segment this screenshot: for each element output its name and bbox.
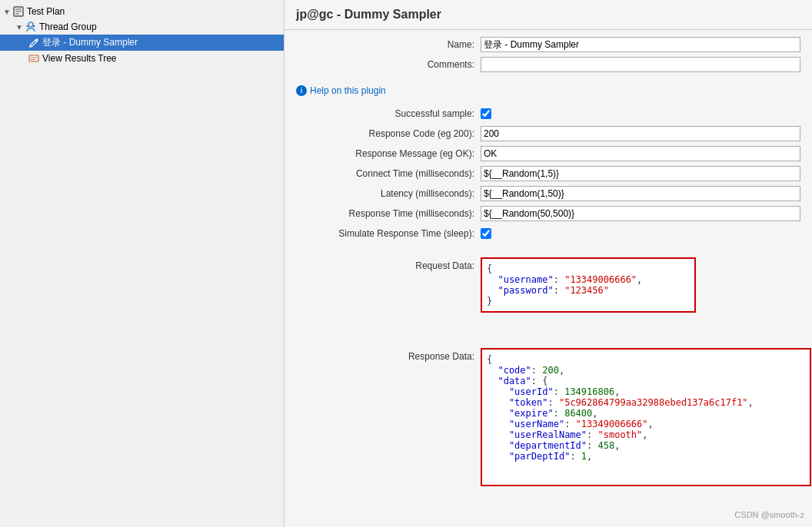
pencil-icon (28, 37, 40, 49)
svg-point-4 (28, 22, 33, 27)
thread-group-label: Thread Group (39, 22, 97, 32)
connect-time-input[interactable] (481, 166, 800, 181)
test-plan-label: Test Plan (27, 6, 65, 17)
latency-row: Latency (milliseconds): (296, 185, 800, 202)
request-data-section: Request Data: { "username": "13349006666… (296, 257, 800, 313)
sidebar-item-thread-group[interactable]: ▼ Thread Group (0, 19, 284, 35)
response-code-label: Response Code (eg 200): (296, 128, 481, 139)
svg-point-6 (32, 25, 35, 28)
response-time-row: Response Time (milliseconds): (296, 205, 800, 222)
latency-input[interactable] (481, 186, 800, 201)
name-label: Name: (296, 39, 481, 50)
content-panel: jp@gc - Dummy Sampler Name: Comments: i … (285, 0, 812, 527)
form-section: Name: Comments: (285, 30, 812, 82)
request-data-label: Request Data: (296, 257, 481, 271)
successful-sample-row: Successful sample: (296, 105, 800, 122)
name-input[interactable] (481, 37, 800, 52)
successful-sample-label: Successful sample: (296, 108, 481, 119)
help-icon: i (296, 85, 307, 96)
view-results-label: View Results Tree (42, 53, 117, 64)
request-data-username-key: "username" (487, 274, 554, 285)
response-data-section: Response Data: { "code": 200, "data": { … (296, 348, 800, 486)
help-link[interactable]: i Help on this plugin (285, 82, 812, 99)
simulate-checkbox[interactable] (481, 228, 491, 239)
response-time-label: Response Time (milliseconds): (296, 208, 481, 219)
sidebar: ▼ Test Plan ▼ (0, 0, 285, 527)
successful-sample-checkbox[interactable] (481, 108, 491, 119)
panel-title: jp@gc - Dummy Sampler (285, 0, 812, 30)
test-plan-icon (12, 5, 25, 18)
expand-icon: ▼ (3, 8, 11, 16)
sidebar-item-test-plan[interactable]: ▼ Test Plan (0, 4, 284, 19)
response-message-label: Response Message (eg OK): (296, 148, 481, 159)
response-message-input[interactable] (481, 146, 800, 161)
thread-group-icon (25, 21, 37, 33)
comments-input[interactable] (481, 57, 800, 72)
response-message-row: Response Message (eg OK): (296, 145, 800, 162)
thread-expand-icon: ▼ (15, 23, 23, 31)
request-data-brace-close: } (487, 296, 492, 307)
request-data-brace-open: { (487, 264, 492, 274)
plugin-fields: Successful sample: Response Code (eg 200… (285, 99, 812, 251)
name-row: Name: (296, 36, 800, 53)
svg-point-5 (26, 25, 28, 28)
results-tree-icon (28, 52, 40, 65)
response-data-label: Response Data: (296, 348, 481, 362)
svg-rect-7 (29, 55, 38, 61)
comments-label: Comments: (296, 59, 481, 70)
connect-time-row: Connect Time (milliseconds): (296, 165, 800, 182)
response-code-row: Response Code (eg 200): (296, 125, 800, 142)
request-data-password-key: "password" (487, 285, 554, 296)
watermark: CSDN @smooth-z (734, 510, 804, 519)
dummy-sampler-label: 登录 - Dummy Sampler (42, 36, 138, 49)
sidebar-item-view-results[interactable]: View Results Tree (0, 51, 284, 66)
latency-label: Latency (milliseconds): (296, 188, 481, 199)
response-code-input[interactable] (481, 126, 800, 141)
sidebar-item-dummy-sampler[interactable]: 登录 - Dummy Sampler (0, 35, 284, 51)
response-data-box[interactable]: { "code": 200, "data": { "userId": 13491… (481, 348, 811, 486)
simulate-row: Simulate Response Time (sleep): (296, 225, 800, 242)
simulate-label: Simulate Response Time (sleep): (296, 228, 481, 239)
resp-brace-open: { (487, 354, 492, 365)
request-data-box[interactable]: { "username": "13349006666", "password":… (481, 257, 696, 313)
connect-time-label: Connect Time (milliseconds): (296, 168, 481, 179)
comments-row: Comments: (296, 56, 800, 73)
help-text: Help on this plugin (310, 85, 386, 96)
response-time-input[interactable] (481, 206, 800, 221)
